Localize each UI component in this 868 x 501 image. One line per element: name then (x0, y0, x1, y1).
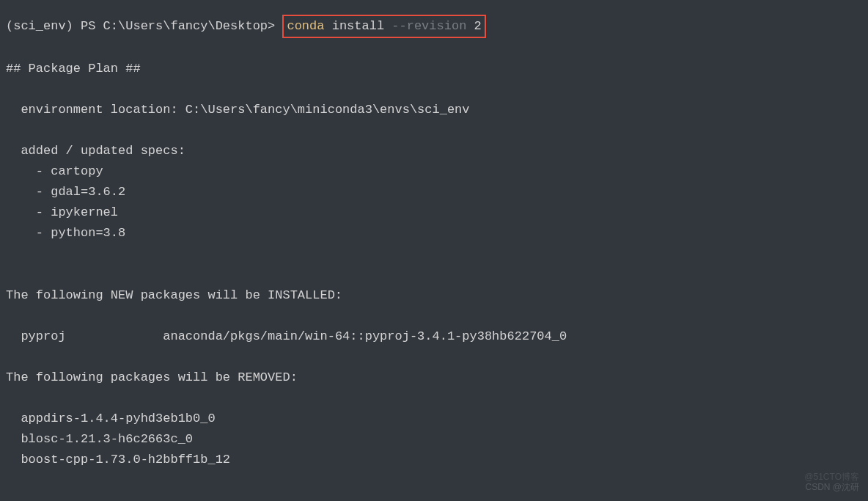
removed-package: boost-cpp-1.73.0-h2bbff1b_12 (6, 450, 862, 470)
blank-line (6, 79, 862, 100)
blank-line (6, 244, 862, 265)
blank-line (6, 306, 862, 326)
padding (66, 329, 163, 343)
blank-line (6, 388, 862, 409)
env-location-label: environment location: (6, 103, 185, 117)
blank-line (6, 265, 862, 285)
prompt-line[interactable]: (sci_env) PS C:\Users\fancy\Desktop> con… (6, 15, 862, 38)
env-location-line: environment location: C:\Users\fancy\min… (6, 100, 862, 120)
prompt-text: (sci_env) PS C:\Users\fancy\Desktop> (6, 19, 282, 33)
spec-item: - cartopy (6, 161, 862, 182)
new-package-line: pyproj anaconda/pkgs/main/win-64::pyproj… (6, 326, 862, 347)
specs-header: added / updated specs: (6, 141, 862, 161)
command-highlight-box: conda install --revision 2 (282, 15, 485, 38)
command-name: conda (287, 19, 324, 33)
package-source: anaconda/pkgs/main/win-64::pyproj-3.4.1-… (163, 329, 567, 343)
spec-item: - gdal=3.6.2 (6, 182, 862, 202)
removed-header: The following packages will be REMOVED: (6, 367, 862, 388)
spec-item: - ipykernel (6, 202, 862, 223)
blank-line (6, 38, 862, 59)
command-flag: --revision (391, 19, 466, 33)
blank-line (6, 120, 862, 141)
package-name: pyproj (6, 329, 66, 343)
command-arg: 2 (474, 19, 482, 33)
new-packages-header: The following NEW packages will be INSTA… (6, 285, 862, 306)
watermark-primary: CSDN @沈研 (805, 480, 859, 495)
command-sub: install (332, 19, 384, 33)
removed-package: appdirs-1.4.4-pyhd3eb1b0_0 (6, 409, 862, 429)
blank-line (6, 347, 862, 367)
env-location-value: C:\Users\fancy\miniconda3\envs\sci_env (185, 103, 470, 117)
spec-item: - python=3.8 (6, 223, 862, 244)
plan-header: ## Package Plan ## (6, 59, 862, 79)
removed-package: blosc-1.21.3-h6c2663c_0 (6, 429, 862, 450)
